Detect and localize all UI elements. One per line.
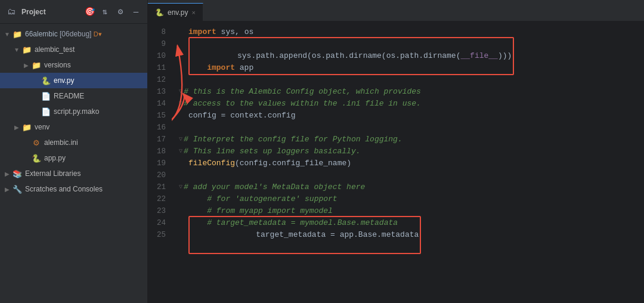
- tab-bar: 🐍 env.py ×: [148, 0, 644, 21]
- tree-arrow-root: ▼: [2, 29, 12, 39]
- comment-18: # This line sets up loggers basically.: [184, 146, 360, 157]
- code-line-21: ▽ # add your model's MetaData object her…: [179, 181, 644, 193]
- tree-item-root[interactable]: ▼ 📁 66alembic [06debug] D▾: [0, 26, 147, 42]
- line-numbers: 8 9 10 11 12 13 14 15 16 17 18 19 20 21 …: [148, 21, 172, 303]
- tree-item-versions[interactable]: ▶ 📁 versions: [0, 57, 147, 73]
- code-line-25: target_metadata = app.Base.metadata: [179, 229, 644, 241]
- code-line-8: import sys, os: [179, 26, 644, 38]
- tree-label-versions: versions: [44, 61, 71, 69]
- code-line-22: # for 'autogenerate' support: [179, 193, 644, 205]
- libs-icon: 📚: [12, 168, 23, 179]
- tree-arrow-venv: ▶: [12, 122, 21, 132]
- comment-23: # from myapp import mymodel: [188, 205, 333, 217]
- folder-icon-venv: 📁: [21, 122, 32, 132]
- code-line-12: [179, 74, 644, 86]
- tree-label-alembic-test: alembic_test: [35, 45, 75, 54]
- sidebar-toolbar: 🗂 Project 🎯 ⇅ ⚙ —: [0, 0, 147, 24]
- code-eq-25: =: [330, 230, 335, 239]
- folder-icon: 📁: [12, 29, 23, 39]
- code-target-meta: target_metadata: [237, 230, 330, 239]
- py-icon-env: 🐍: [41, 75, 51, 86]
- scratches-icon: 🔧: [12, 184, 23, 194]
- comment-21: # add your model's MetaData object here: [184, 181, 365, 193]
- fold-icon-17: ▽: [179, 134, 182, 146]
- code-line-20: [179, 169, 644, 181]
- code-comma: ,: [235, 26, 240, 38]
- collapse-icon[interactable]: ⇅: [98, 5, 112, 18]
- code-os: os: [240, 26, 253, 38]
- editor-area: 🐍 env.py × 8 9 10 11 12 13 14 15 16 17 1…: [148, 0, 644, 303]
- py-icon-app: 🐍: [31, 153, 42, 163]
- code-line-17: ▽ # Interpret the config file for Python…: [179, 134, 644, 146]
- tree-item-venv[interactable]: ▶ 📁 venv: [0, 119, 147, 135]
- code-line-11: import app: [179, 62, 644, 74]
- readme-icon: 📄: [41, 91, 51, 101]
- code-closeparen: ))): [498, 51, 512, 60]
- tab-file-icon: 🐍: [155, 8, 164, 17]
- code-line-23: # from myapp import mymodel: [179, 205, 644, 217]
- sidebar: 🗂 Project 🎯 ⇅ ⚙ — ▼ 📁 66alembic [06debug…: [0, 0, 148, 303]
- code-syspath: sys.path.append(os.path.dirname(os.path.…: [237, 51, 460, 60]
- comment-22: # for 'autogenerate' support: [188, 193, 338, 205]
- fold-icon-18: ▽: [179, 146, 182, 157]
- editor-content: 8 9 10 11 12 13 14 15 16 17 18 19 20 21 …: [148, 21, 644, 303]
- tab-close-button[interactable]: ×: [191, 9, 195, 16]
- tree-label-mako: script.py.mako: [54, 107, 99, 116]
- folder-open-icon: 📁: [21, 44, 32, 55]
- tree-label-env-py: env.py: [54, 76, 74, 85]
- tree-item-env-py[interactable]: ▶ 🐍 env.py: [0, 73, 147, 88]
- fold-icon-13: ▽: [179, 86, 182, 98]
- tree-item-app-py[interactable]: ▶ 🐍 app.py: [0, 150, 147, 166]
- code-line-19: fileConfig(config.config_file_name): [179, 157, 644, 169]
- code-sys-os: sys: [216, 26, 235, 38]
- code-app-base-meta: app.Base.metadata: [335, 230, 419, 239]
- file-tree: ▼ 📁 66alembic [06debug] D▾ ▼ 📁 alembic_t…: [0, 24, 147, 303]
- folder-icon-versions: 📁: [31, 60, 42, 70]
- code-fileconfig-args: (config.config_file_name): [235, 157, 351, 169]
- keyword-import-11: import: [188, 62, 235, 74]
- project-icon[interactable]: 🗂: [5, 5, 18, 18]
- tree-item-alembic-ini[interactable]: ▶ ⚙ alembic.ini: [0, 135, 147, 150]
- mako-icon: 📄: [41, 106, 51, 117]
- tree-item-alembic-test[interactable]: ▼ 📁 alembic_test: [0, 42, 147, 57]
- code-fileconfig: fileConfig: [188, 157, 235, 169]
- fold-icon-14: ▽: [179, 98, 182, 110]
- code-line-18: ▽ # This line sets up loggers basically.: [179, 146, 644, 157]
- locate-icon[interactable]: 🎯: [83, 5, 96, 18]
- tree-label-scratches: Scratches and Consoles: [25, 185, 103, 193]
- tree-label-root: 66alembic [06debug] D▾: [25, 30, 102, 38]
- code-app-import: app: [235, 62, 253, 74]
- tree-label-readme: README: [54, 92, 84, 100]
- comment-14: # access to the values within the .ini f…: [184, 98, 421, 110]
- code-area[interactable]: import sys, os sys.path.append(os.path.d…: [172, 21, 644, 303]
- settings-icon[interactable]: ⚙: [114, 5, 127, 18]
- tree-item-script-mako[interactable]: ▶ 📄 script.py.mako: [0, 104, 147, 119]
- code-context-config: context.config: [225, 110, 295, 122]
- comment-13: # this is the Alembic Config object, whi…: [184, 86, 421, 98]
- tree-item-scratches[interactable]: ▶ 🔧 Scratches and Consoles: [0, 181, 147, 197]
- tree-item-external-libs[interactable]: ▶ 📚 External Libraries: [0, 166, 147, 181]
- comment-17: # Interpret the config file for Python l…: [184, 134, 402, 146]
- code-config: config: [188, 110, 221, 122]
- tree-arrow-scratches: ▶: [2, 184, 12, 194]
- tree-arrow-alembic-test: ▼: [12, 45, 21, 54]
- tree-arrow-external: ▶: [2, 169, 12, 178]
- fold-icon-21: ▽: [179, 181, 182, 193]
- code-line-13: ▽ # this is the Alembic Config object, w…: [179, 86, 644, 98]
- tree-label-ini: alembic.ini: [44, 138, 78, 147]
- keyword-import-8: import: [188, 26, 216, 38]
- tab-label: env.py: [168, 8, 188, 17]
- code-file: __file__: [460, 51, 497, 60]
- tree-item-readme[interactable]: ▶ 📄 README: [0, 88, 147, 104]
- code-eq-15: =: [221, 110, 226, 122]
- tree-arrow-versions: ▶: [21, 60, 31, 70]
- tab-env-py[interactable]: 🐍 env.py ×: [148, 3, 203, 21]
- minimize-icon[interactable]: —: [129, 5, 143, 18]
- code-line-10: sys.path.append(os.path.dirname(os.path.…: [179, 50, 644, 62]
- tree-label-venv: venv: [35, 123, 49, 131]
- code-line-14: ▽ # access to the values within the .ini…: [179, 98, 644, 110]
- code-line-16: [179, 122, 644, 134]
- code-line-15: config = context.config: [179, 110, 644, 122]
- tree-label-app-py: app.py: [44, 154, 66, 162]
- sidebar-title: Project: [20, 8, 80, 16]
